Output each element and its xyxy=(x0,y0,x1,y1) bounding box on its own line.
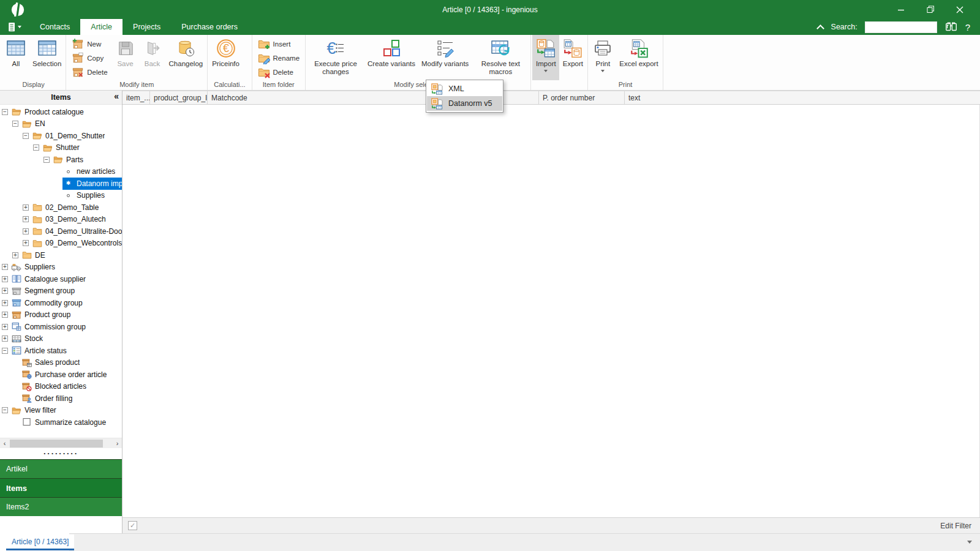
bullet-circle-icon xyxy=(62,166,74,177)
collapse-panel-icon[interactable]: « xyxy=(114,91,119,101)
tree-item-suppliers[interactable]: +Suppliers xyxy=(0,261,122,274)
tree-item-shutter[interactable]: −Shutter xyxy=(0,142,122,154)
tree-item-product-group[interactable]: +Product group xyxy=(0,309,122,321)
modify-variants-button[interactable]: Modify variants xyxy=(418,35,472,80)
find-binoculars-icon[interactable] xyxy=(944,20,958,34)
tree-item-order-filling[interactable]: Order filling xyxy=(0,392,122,405)
close-button[interactable] xyxy=(953,3,967,17)
tree-expander-icon[interactable]: + xyxy=(2,312,8,318)
menu-item-datanorm-v5[interactable]: Datanorm v5 xyxy=(427,96,502,111)
tree-expander-icon[interactable]: + xyxy=(2,324,8,330)
tree-item-catalogue-supplier[interactable]: +Catalogue supplier xyxy=(0,273,122,285)
tree-expander-icon[interactable]: + xyxy=(2,335,8,342)
tree-item-en[interactable]: −EN xyxy=(0,118,122,130)
tree-item-purchase-order-article[interactable]: Purchase order article xyxy=(0,369,122,381)
tree-expander-icon[interactable]: + xyxy=(2,264,8,270)
help-icon[interactable]: ? xyxy=(965,22,970,32)
tree-horizontal-scrollbar[interactable]: ‹ › xyxy=(0,438,122,448)
search-input[interactable] xyxy=(865,21,937,33)
tree-item-view-filter[interactable]: −View filter xyxy=(0,405,122,417)
delete-button[interactable]: Delete xyxy=(67,65,111,79)
tree-item-new-articles[interactable]: new articles xyxy=(0,166,122,178)
tree-item-summarize-catalogue[interactable]: Summarize catalogue xyxy=(0,416,122,429)
tree-item-segment-group[interactable]: +Segment group xyxy=(0,285,122,298)
tree-expander-icon[interactable]: + xyxy=(12,252,18,258)
all-button[interactable]: All xyxy=(2,35,29,80)
panel-splitter-handle[interactable]: ········· xyxy=(0,448,122,459)
priceinfo-button[interactable]: €Priceinfo xyxy=(209,35,243,80)
selection-button[interactable]: Selection xyxy=(29,35,64,80)
tree-item-supplies[interactable]: Supplies xyxy=(0,190,122,202)
tree-item-01-demo-shutter[interactable]: −01_Demo_Shutter xyxy=(0,130,122,142)
sidebar-panel-artikel[interactable]: Artikel xyxy=(0,459,122,478)
tree-expander-icon[interactable]: − xyxy=(43,157,50,163)
tree-item-commodity-group[interactable]: +Commodity group xyxy=(0,297,122,309)
delete-button[interactable]: Delete xyxy=(254,65,304,79)
tree-expander-icon[interactable]: + xyxy=(2,276,8,282)
sidebar-panel-items[interactable]: Items xyxy=(0,478,122,497)
tree-item-label: 01_Demo_Shutter xyxy=(45,132,105,140)
tree-expander-icon[interactable]: + xyxy=(2,300,8,306)
column-header-p-order-number[interactable]: P. order number xyxy=(539,91,625,104)
column-header-item[interactable]: item_... xyxy=(123,91,150,104)
tab-purchase-orders[interactable]: Purchase orders xyxy=(171,19,248,35)
tree-expander-icon[interactable]: − xyxy=(23,133,29,139)
tree-expander-icon[interactable]: − xyxy=(33,144,39,151)
tree-item-stock[interactable]: +Stock xyxy=(0,333,122,345)
menu-item-xml[interactable]: XML xyxy=(427,81,502,96)
rename-button[interactable]: Rename xyxy=(254,51,304,65)
sidebar-panel-items2[interactable]: Items2 xyxy=(0,497,122,516)
tree-expander-icon[interactable]: − xyxy=(2,109,8,115)
changelog-button[interactable]: Changelog xyxy=(166,35,206,80)
save-button[interactable]: Save xyxy=(112,35,139,80)
tree-expander-icon[interactable]: + xyxy=(23,240,29,246)
tree-expander-icon[interactable]: − xyxy=(2,348,8,354)
tree-expander-icon[interactable]: + xyxy=(23,204,29,211)
application-menu-button[interactable] xyxy=(5,19,23,35)
edit-filter-button[interactable]: Edit Filter xyxy=(940,522,980,530)
tree-item-commission-group[interactable]: +Commission group xyxy=(0,321,122,333)
tab-projects[interactable]: Projects xyxy=(123,19,171,35)
export-button[interactable]: Export xyxy=(559,35,586,80)
tab-contacts[interactable]: Contacts xyxy=(29,19,80,35)
scroll-right-icon[interactable]: › xyxy=(113,438,122,448)
insert-button[interactable]: Insert xyxy=(254,37,304,51)
print-button[interactable]: Print xyxy=(589,35,616,80)
tree-expander-icon[interactable]: + xyxy=(23,216,29,222)
import-button[interactable]: Import xyxy=(532,35,559,80)
new-button[interactable]: New xyxy=(67,37,111,51)
minimize-button[interactable] xyxy=(894,3,908,17)
restore-button[interactable] xyxy=(924,3,937,17)
back-button[interactable]: Back xyxy=(139,35,166,80)
tree-item-product-catalogue[interactable]: −Product catalogue xyxy=(0,106,122,118)
tree-item-03-demo-alutech[interactable]: +03_Demo_Alutech xyxy=(0,214,122,226)
column-header-product-group-id[interactable]: product_group_ID xyxy=(150,91,208,104)
tab-list-caret-icon[interactable] xyxy=(967,541,972,544)
column-header-text[interactable]: text xyxy=(625,91,980,104)
copy-button[interactable]: Copy xyxy=(67,51,111,65)
tree-item-article-status[interactable]: −Article status xyxy=(0,345,122,357)
grid-body-empty[interactable] xyxy=(123,105,980,517)
bottom-tab-article[interactable]: Article [0 / 14363] xyxy=(6,534,74,550)
excel-export-button[interactable]: Excel export xyxy=(616,35,661,80)
collapse-ribbon-icon[interactable] xyxy=(818,25,824,29)
create-variants-button[interactable]: Create variants xyxy=(364,35,418,80)
scroll-left-icon[interactable]: ‹ xyxy=(0,438,9,448)
scrollbar-thumb[interactable] xyxy=(10,440,103,448)
execute-price-changes-button[interactable]: €Execute price changes xyxy=(307,35,364,80)
tree-item-datanorm-import[interactable]: ✱Datanorm import xyxy=(0,178,122,190)
tree-expander-icon[interactable]: + xyxy=(23,228,29,234)
resolve-text-macros-button[interactable]: Resolve text macros xyxy=(472,35,529,80)
tree-item-de[interactable]: +DE xyxy=(0,249,122,261)
tree-item-blocked-articles[interactable]: Blocked articles xyxy=(0,381,122,393)
status-checkbox[interactable]: ✓ xyxy=(128,521,137,530)
tree-item-09-demo-webcontrols[interactable]: +09_Demo_Webcontrols xyxy=(0,238,122,250)
tree-expander-icon[interactable]: − xyxy=(12,121,18,127)
tree-item-sales-product[interactable]: Sales product xyxy=(0,357,122,369)
tree-item-parts[interactable]: −Parts xyxy=(0,154,122,166)
tree-item-02-demo-table[interactable]: +02_Demo_Table xyxy=(0,201,122,214)
tree-expander-icon[interactable]: + xyxy=(2,288,8,294)
tree-expander-icon[interactable]: − xyxy=(2,407,8,413)
tab-article[interactable]: Article xyxy=(80,19,123,35)
tree-item-04-demo-ultralite-doors[interactable]: +04_Demo_Ultralite-Doors xyxy=(0,225,122,238)
